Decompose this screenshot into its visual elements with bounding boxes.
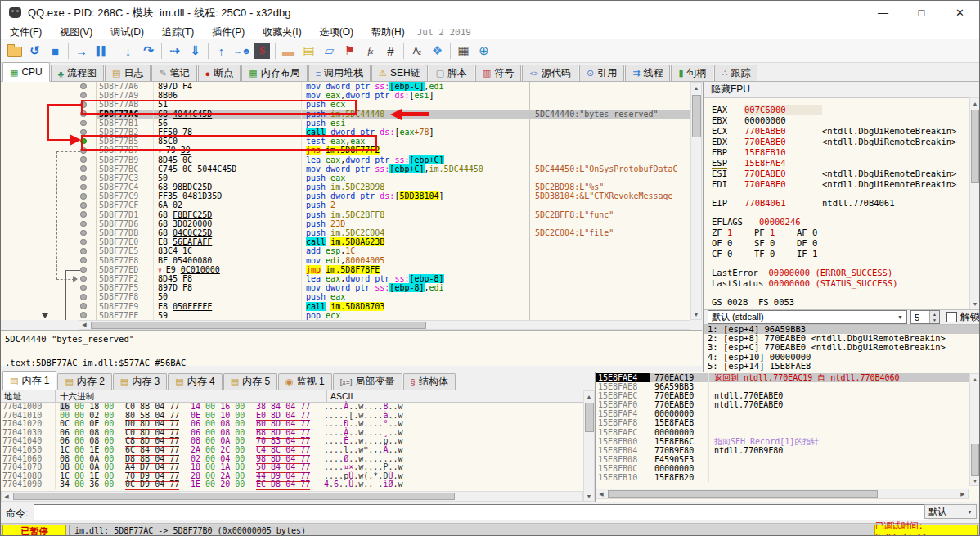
tab-struct[interactable]: §结构体	[403, 373, 456, 390]
breakpoint-dot[interactable]	[80, 312, 87, 318]
disasm-row[interactable]: 5D8F77FE59pop ecx	[1, 311, 690, 320]
disasm-row[interactable]: 5D8F77B156push esi	[1, 119, 690, 128]
disasm-row[interactable]: 5D8F77B2FF50 78call dword ptr ds:[eax+78…	[1, 128, 690, 137]
dump-hscrollbar[interactable]: ◀	[1, 491, 583, 502]
menu-item[interactable]: 视图(V)	[51, 25, 101, 39]
disasm-row[interactable]: 5D8F77A98B06mov eax,dword ptr ds:[esi]	[1, 91, 690, 100]
close-button[interactable]: ✕	[941, 1, 979, 25]
tab-watch-1[interactable]: ◉监视 1	[278, 373, 332, 390]
breakpoint-dot[interactable]	[80, 221, 87, 227]
disasm-row[interactable]: 5D8F77D168 F8BFC25Dpush im.5DC2BFF85DC2B…	[1, 210, 690, 219]
disasm-row[interactable]: 5D8F77E0E8 56EAFAFFcall im.5D8A623B	[1, 237, 690, 246]
restart-icon[interactable]: ↺	[25, 42, 45, 61]
run-icon[interactable]: →	[71, 42, 92, 61]
stack-row[interactable]: 15E8FAF0770EABE0ntdll.770EABE0	[596, 400, 980, 409]
disasm-row[interactable]: 5D8F77A6897D F4mov dword ptr ss:[ebp-C],…	[1, 82, 690, 91]
scroll-thumb[interactable]	[971, 444, 979, 476]
seh-s-icon[interactable]: S	[252, 42, 272, 61]
step-over-icon[interactable]: ↷	[138, 42, 159, 61]
stack-row[interactable]: 15E8FAEC770EABE0ntdll.770EABE0	[596, 391, 980, 400]
breakpoint-dot[interactable]	[80, 193, 87, 200]
stack-row[interactable]: 15E8FB0C00000000	[596, 464, 980, 473]
stack-row[interactable]: 15E8FAF400000000	[596, 409, 980, 418]
minimize-button[interactable]: —	[864, 1, 902, 25]
pause-icon[interactable]: ▌▌	[92, 42, 112, 61]
scroll-up-arrow-icon[interactable]: ▲	[584, 391, 594, 401]
disassembly-vscrollbar[interactable]: ▲ ▼	[690, 82, 702, 320]
argument-count-stepper[interactable]: 5 ▲▼	[910, 310, 940, 324]
scroll-left-arrow-icon[interactable]: ◀	[596, 489, 606, 499]
scroll-up-arrow-icon[interactable]: ▲	[691, 83, 701, 92]
menu-item[interactable]: 选项(O)	[311, 25, 362, 39]
breakpoint-dot[interactable]	[80, 101, 87, 108]
scroll-up-arrow-icon[interactable]: ▲	[970, 374, 980, 384]
stack-vscrollbar[interactable]: ▲ ▼	[969, 373, 980, 486]
tab-locals[interactable]: [x=]局部变量	[333, 373, 402, 390]
disasm-row[interactable]: 5D8F77C468 98BDC25Dpush im.5DC2BD985DC2B…	[1, 182, 690, 191]
menu-item[interactable]: 调试(D)	[101, 25, 153, 39]
disasm-row[interactable]: 5D8F77AB51push ecx	[1, 100, 690, 109]
tab-trace[interactable]: ∴跟踪	[714, 65, 757, 81]
disasm-row[interactable]: 5D8F77DB68 04C0C25Dpush im.5DC2C0045DC2C…	[1, 228, 690, 237]
registers-pane[interactable]: 隐藏FPU EAX007C6000EBX00000000ECX770EABE0<…	[703, 82, 980, 309]
menu-item[interactable]: 追踪(T)	[153, 25, 203, 39]
tab-graph[interactable]: ♣流程图	[51, 65, 104, 81]
call-argument-row[interactable]: 5: [esp+14] 15E8FAE8	[704, 362, 980, 371]
registers-vscrollbar[interactable]: ▲ ▼	[969, 97, 980, 309]
stack-pane[interactable]: 15E8FAE4770EAC19返回到 ntdll.770EAC19 自 ntd…	[595, 372, 980, 502]
menu-item[interactable]: 收藏夹(I)	[254, 25, 310, 39]
breakpoint-dot[interactable]	[80, 285, 87, 291]
stack-row[interactable]: 15E8FAFC00000000	[596, 428, 980, 437]
disasm-row[interactable]: 5D8F77B585C0test eax,eax	[1, 137, 690, 146]
breakpoint-dot[interactable]	[80, 147, 87, 154]
breakpoint-dot[interactable]	[80, 156, 87, 163]
disasm-row[interactable]: 5D8F77AC68 4044C45Dpush im.5DC444405DC44…	[1, 110, 690, 119]
tab-source[interactable]: <>源代码	[522, 65, 578, 81]
scroll-left-arrow-icon[interactable]: ◀	[2, 492, 11, 502]
scroll-down-arrow-icon[interactable]: ▼	[691, 309, 701, 319]
breakpoint-dot[interactable]	[80, 175, 87, 182]
breakpoint-dot-enabled[interactable]	[80, 138, 87, 145]
stack-row[interactable]: 15E8FAF815E8FAE8	[596, 418, 980, 427]
step-into-icon[interactable]: ↓	[118, 42, 138, 61]
stack-hscrollbar[interactable]: ◀ ▶	[596, 489, 969, 499]
breakpoint-dot[interactable]	[80, 110, 87, 117]
disasm-row[interactable]: 5D8F77C350push eax	[1, 173, 690, 182]
comments-icon[interactable]: ▤	[299, 42, 319, 61]
breakpoint-dot[interactable]	[80, 165, 87, 172]
tab-log[interactable]: ▤日志	[105, 65, 151, 81]
memory-dump-pane[interactable]: 地址 十六进制 ASCII 7704100016 00 18 00C0 8B 0…	[1, 390, 595, 502]
menu-item[interactable]: 插件(P)	[203, 25, 254, 39]
scroll-thumb[interactable]	[608, 490, 878, 498]
stack-row[interactable]: 15E8FB04770B9F80ntdll.770B9F80	[596, 446, 980, 455]
breakpoint-dot[interactable]	[80, 267, 87, 273]
breakpoint-dot[interactable]	[80, 248, 87, 254]
labels-icon[interactable]: ▱	[319, 42, 339, 61]
run-to-user-code-icon[interactable]: →☻	[232, 42, 252, 61]
stack-row[interactable]: 15E8FB0015E8FB6C指向SEH_Record[1]的指针	[596, 437, 980, 446]
stop-icon[interactable]: ■	[45, 42, 65, 61]
breakpoint-dot[interactable]	[80, 303, 87, 309]
tab-notes[interactable]: ✎笔记	[151, 65, 196, 81]
tab-dump-3[interactable]: ▤内存 3	[113, 373, 167, 390]
functions-icon[interactable]: fx	[360, 42, 380, 61]
tab-dump-4[interactable]: ▤内存 4	[168, 373, 222, 390]
bookmarks-icon[interactable]: ⚑	[339, 42, 360, 61]
tab-dump-1[interactable]: ▤内存 1	[2, 371, 56, 390]
scroll-thumb[interactable]	[91, 322, 426, 329]
dump-row[interactable]: 7704109034 00 36 000C D9 04 771E 00 20 0…	[1, 480, 595, 489]
calling-convention-select[interactable]: 默认 (stdcall) ▼	[708, 310, 907, 324]
disasm-row[interactable]: 5D8F77BCC745 0C 5044C45Dmov dword ptr ss…	[1, 164, 690, 173]
tab-breakpoints[interactable]: ●断点	[198, 65, 241, 81]
tab-memory-map[interactable]: ▦内存布局	[241, 65, 307, 81]
breakpoint-dot[interactable]	[80, 92, 87, 99]
trace-into-icon[interactable]: ⇢	[164, 42, 185, 61]
strings-icon[interactable]: A₂	[407, 42, 427, 61]
scroll-down-arrow-icon[interactable]: ▼	[584, 491, 594, 501]
disasm-row[interactable]: 5D8F77CF6A 02push 2	[1, 200, 690, 209]
breakpoint-dot[interactable]	[80, 294, 87, 300]
scroll-thumb[interactable]	[692, 95, 701, 137]
disasm-row[interactable]: 5D8F77F9E8 050FFEFFcall im.5D8D8703	[1, 302, 690, 311]
attach-icon[interactable]: ❖	[427, 42, 447, 61]
tab-call-stack[interactable]: ≡调用堆栈	[308, 65, 371, 81]
